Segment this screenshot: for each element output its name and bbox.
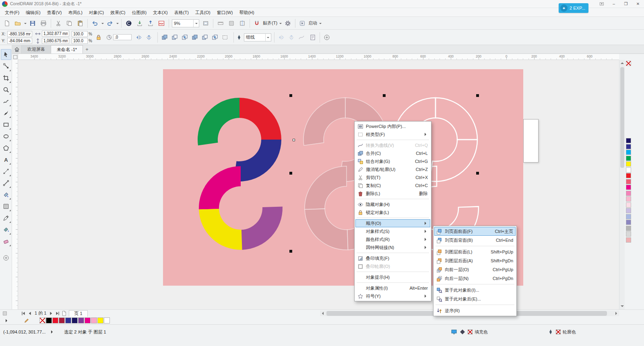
zoom-tool[interactable] <box>1 84 11 95</box>
crop-tool[interactable] <box>1 72 11 83</box>
color-swatch[interactable] <box>626 161 631 167</box>
account-icon[interactable] <box>596 0 608 8</box>
zoom-level-combo[interactable]: 9% <box>172 19 199 27</box>
scale-y-input[interactable] <box>72 38 88 44</box>
quick-customize-button[interactable] <box>322 33 332 42</box>
smart-fill-tool[interactable] <box>1 224 11 235</box>
menu-item[interactable]: 向前一层(O)Ctrl+PgUp <box>434 265 516 274</box>
y-position-input[interactable] <box>7 38 32 44</box>
menu-item[interactable]: 到图层前面(L)Shift+PgUp <box>434 247 516 256</box>
show-rulers-button[interactable] <box>215 18 226 29</box>
color-swatch[interactable] <box>626 208 631 213</box>
document-color-settings-icon[interactable] <box>451 329 457 335</box>
selection-handle[interactable] <box>289 172 292 175</box>
weld-button[interactable] <box>160 33 169 42</box>
color-swatch[interactable] <box>626 173 631 178</box>
eyedropper-tool[interactable] <box>1 212 11 223</box>
mirror-vertical-button[interactable] <box>144 33 154 42</box>
show-guidelines-button[interactable] <box>237 18 248 29</box>
export-button[interactable] <box>145 18 156 29</box>
menu-item[interactable]: 撤消笔/轮廓(U)Ctrl+Z <box>355 165 430 173</box>
scroll-left-icon[interactable] <box>320 311 326 316</box>
text-properties-button[interactable] <box>308 33 318 42</box>
options-button[interactable] <box>283 18 293 29</box>
open-button[interactable] <box>12 18 23 29</box>
full-screen-preview-button[interactable] <box>200 18 211 29</box>
selection-handle[interactable] <box>289 94 292 97</box>
selection-handle[interactable] <box>476 94 479 97</box>
object-height-input[interactable] <box>42 38 69 44</box>
freehand-tool[interactable] <box>1 96 11 107</box>
color-swatch[interactable] <box>626 185 631 190</box>
home-icon[interactable] <box>12 45 22 54</box>
create-boundary-button[interactable] <box>220 33 230 42</box>
menu-item[interactable]: 框类型(F) <box>355 130 430 138</box>
menu-item[interactable]: 到页面背面(B)Ctrl+End <box>434 236 516 245</box>
print-button[interactable] <box>38 18 49 29</box>
maximize-button[interactable]: ❐ <box>620 0 632 8</box>
menu-window[interactable]: 窗口(W) <box>214 8 236 17</box>
color-swatch[interactable] <box>97 317 103 323</box>
menu-item[interactable]: 向后一层(N)Ctrl+PgDn <box>434 274 516 283</box>
first-page-button[interactable] <box>20 310 27 317</box>
last-page-button[interactable] <box>54 310 61 317</box>
previous-page-button[interactable] <box>27 310 33 317</box>
search-content-button[interactable] <box>124 18 134 29</box>
copy-button[interactable] <box>64 18 74 29</box>
menu-file[interactable]: 文件(F) <box>2 8 23 17</box>
palette-pencil-icon[interactable] <box>23 317 30 324</box>
color-swatch[interactable] <box>52 317 58 323</box>
palette-expand-icon[interactable] <box>6 319 9 322</box>
menu-item[interactable]: 置于此对象后(E)... <box>434 295 516 303</box>
launcher-dropdown-icon[interactable] <box>318 18 322 29</box>
node-marker[interactable] <box>293 139 295 141</box>
color-swatch[interactable] <box>626 144 631 149</box>
menu-item[interactable]: 因特网链接(N) <box>355 243 430 251</box>
color-swatch[interactable] <box>626 191 631 196</box>
color-swatch[interactable] <box>626 214 631 219</box>
selection-handle[interactable] <box>383 94 386 97</box>
color-swatch[interactable] <box>626 202 631 208</box>
application-launcher-dropdown[interactable]: 启动 <box>308 20 318 26</box>
scale-x-input[interactable] <box>72 31 88 37</box>
menu-item[interactable]: 剪切(T)Ctrl+X <box>355 173 430 181</box>
menu-item[interactable]: 叠印轮廓(O) <box>355 262 430 270</box>
color-swatch[interactable] <box>72 317 78 323</box>
selection-handle[interactable] <box>476 172 479 175</box>
color-swatch[interactable] <box>626 179 631 184</box>
text-tool[interactable]: A <box>1 154 11 165</box>
menu-item[interactable]: 符号(Y) <box>355 292 430 300</box>
menu-item[interactable]: 锁定对象(L) <box>355 208 430 216</box>
lock-ratio-button[interactable] <box>95 33 103 41</box>
cut-button[interactable] <box>53 18 64 29</box>
undo-button[interactable] <box>90 18 100 29</box>
menu-view[interactable]: 查看(V) <box>44 8 65 17</box>
rectangle-tool[interactable] <box>1 119 11 130</box>
color-swatch[interactable] <box>85 317 91 323</box>
front-minus-back-button[interactable] <box>200 33 210 42</box>
color-swatch[interactable] <box>78 317 84 323</box>
menu-bitmaps[interactable]: 位图(B) <box>128 8 150 17</box>
simplify-button[interactable] <box>190 33 200 42</box>
redo-button-dropdown-icon[interactable] <box>116 18 119 29</box>
snap-icon-button[interactable] <box>252 18 262 29</box>
dimension-tool[interactable] <box>1 166 11 177</box>
rotation-angle-input[interactable] <box>113 34 132 40</box>
prop-extra-button-1[interactable] <box>277 33 286 42</box>
vertical-scrollbar[interactable] <box>619 60 625 309</box>
intersect-button[interactable] <box>180 33 190 42</box>
menu-item[interactable]: 组合对象(G)Ctrl+G <box>355 157 430 165</box>
mirror-horizontal-button[interactable] <box>134 33 144 42</box>
color-swatch[interactable] <box>626 220 631 225</box>
page-tab[interactable]: 页 1 <box>69 310 87 317</box>
color-swatch[interactable] <box>104 317 110 323</box>
next-page-button[interactable] <box>48 310 54 317</box>
open-button-dropdown-icon[interactable] <box>23 18 27 29</box>
menu-help[interactable]: 帮助(H) <box>236 8 257 17</box>
menu-item[interactable]: 置于此对象前(I)... <box>434 286 516 295</box>
pick-tool[interactable] <box>1 49 11 60</box>
more-tools-button[interactable] <box>1 252 11 263</box>
interactive-fill-tool[interactable] <box>1 189 11 200</box>
color-swatch[interactable] <box>91 317 97 323</box>
tab-welcome-screen[interactable]: 欢迎屏幕 <box>22 45 51 54</box>
